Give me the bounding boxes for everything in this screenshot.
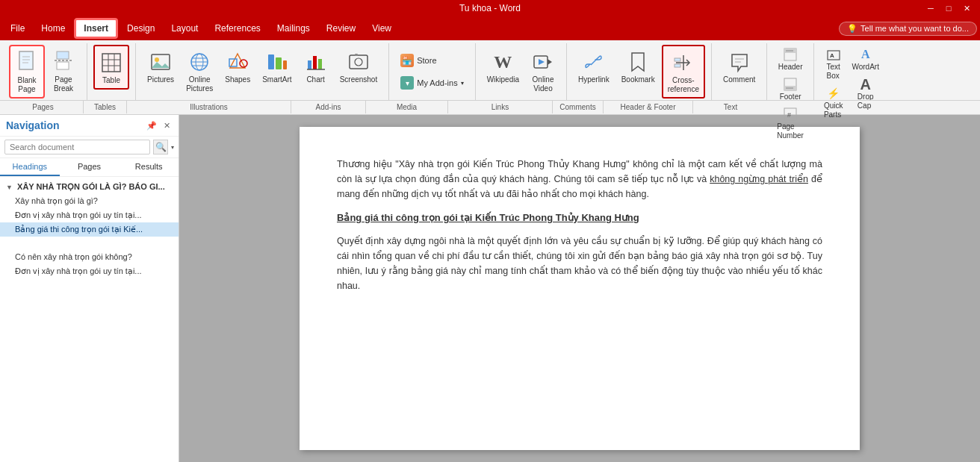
bookmark-button[interactable]: Bookmark [616, 45, 660, 88]
menu-item-mailings[interactable]: Mailings [270, 20, 317, 37]
smartart-button[interactable]: SmartArt [257, 45, 297, 88]
my-addins-label: My Add-ins [417, 78, 457, 87]
menu-item-design[interactable]: Design [120, 20, 162, 37]
paragraph-1: Thương hiệu "Xây nhà trọn gói Kiến Trúc … [337, 157, 822, 202]
tab-headings[interactable]: Headings [0, 158, 60, 176]
svg-marker-35 [539, 59, 545, 65]
chart-icon [304, 50, 328, 74]
expand-icon: ▼ [6, 184, 15, 191]
menu-item-home[interactable]: Home [34, 20, 72, 37]
tab-pages[interactable]: Pages [60, 158, 120, 176]
wordart-button[interactable]: A WordArt [848, 45, 883, 74]
online-video-button[interactable]: OnlineVideo [526, 45, 560, 97]
ribbon-group-comments: Comment [712, 43, 767, 100]
table-button[interactable]: Table [93, 45, 129, 90]
hyperlink-button[interactable]: Hyperlink [573, 45, 615, 88]
list-item[interactable]: Có nên xây nhà trọn gói không? [0, 250, 179, 264]
ribbon-label-comments: Comments [553, 101, 604, 113]
list-item[interactable]: Đơn vị xây nhà trọn gói uy tín tại... [0, 264, 179, 278]
wikipedia-button[interactable]: W Wikipedia [482, 45, 524, 88]
store-button[interactable]: 🏪 Store [395, 51, 441, 70]
ribbon-label-addins: Add-ins [291, 101, 366, 113]
pictures-button[interactable]: Pictures [142, 45, 179, 88]
cross-reference-label: Cross-reference [668, 76, 699, 94]
maximize-button[interactable]: □ [941, 2, 956, 14]
drop-cap-icon: A [858, 77, 873, 92]
footer-icon [783, 77, 798, 92]
wikipedia-label: Wikipedia [487, 75, 519, 84]
hyperlink-label: Hyperlink [578, 75, 610, 84]
page-break-button[interactable]: PageBreak [46, 45, 81, 97]
text-box-button[interactable]: A TextBox [820, 45, 847, 83]
shapes-label: Shapes [225, 75, 250, 84]
ribbon-group-pages: BlankPage PageBreak [3, 43, 87, 100]
svg-rect-32 [355, 54, 358, 56]
search-input[interactable] [4, 140, 150, 154]
ribbon-group-tables: Table [87, 43, 136, 100]
menu-item-layout[interactable]: Layout [164, 20, 205, 37]
list-item[interactable] [0, 237, 179, 250]
smartart-icon [265, 50, 289, 74]
search-dropdown-icon[interactable]: ▾ [171, 144, 174, 151]
cross-reference-button[interactable]: Cross-reference [662, 45, 705, 99]
menu-item-references[interactable]: References [207, 20, 267, 37]
online-pictures-button[interactable]: OnlinePictures [181, 45, 218, 97]
online-pictures-label: OnlinePictures [186, 75, 213, 93]
document-area: Thương hiệu "Xây nhà trọn gói Kiến Trúc … [179, 115, 980, 462]
menu-item-review[interactable]: Review [319, 20, 363, 37]
table-icon [99, 51, 123, 75]
blank-page-button[interactable]: BlankPage [9, 45, 45, 99]
ribbon-group-addins: 🏪 Store ▾ My Add-ins ▾ [389, 43, 475, 100]
main-area: Navigation 📌 ✕ 🔍 ▾ Headings Pages Result… [0, 115, 980, 462]
ribbon-group-links: Hyperlink Bookmark [567, 43, 712, 100]
ribbon: BlankPage PageBreak [0, 40, 980, 115]
wikipedia-icon: W [491, 50, 515, 74]
ribbon-group-illustrations: Pictures OnlinePictures [136, 43, 389, 100]
svg-rect-26 [308, 60, 311, 69]
chart-button[interactable]: Chart [299, 45, 333, 88]
menu-item-insert[interactable]: Insert [74, 18, 118, 39]
nav-pin-button[interactable]: 📌 [146, 119, 158, 131]
ribbon-label-text: Text [693, 101, 768, 113]
nav-item-text: XÂY NHÀ TRỌN GÓI LÀ GÌ? BÁO GI... [17, 182, 165, 191]
document-heading: Bảng giá thi công trọn gói tại Kiến Trúc… [337, 210, 822, 226]
svg-marker-20 [230, 54, 245, 68]
ribbon-label-hf: Header & Footer [604, 101, 693, 113]
page-number-label: PageNumber [777, 122, 804, 140]
my-addins-button[interactable]: ▾ My Add-ins ▾ [395, 73, 468, 93]
tab-results[interactable]: Results [119, 158, 179, 176]
store-icon: 🏪 [400, 54, 414, 67]
ribbon-label-tables: Tables [84, 101, 127, 113]
quick-parts-icon: ⚡ [826, 86, 841, 101]
my-addins-dropdown-icon: ▾ [461, 80, 464, 87]
comment-icon [728, 50, 751, 74]
svg-rect-24 [276, 57, 282, 69]
list-item[interactable]: Xây nhà trọn gói là gì? [0, 194, 179, 208]
svg-rect-40 [674, 64, 680, 67]
close-button[interactable]: ✕ [959, 2, 974, 14]
svg-line-36 [591, 59, 597, 65]
shapes-button[interactable]: Shapes [220, 45, 255, 88]
screenshot-icon [347, 50, 370, 74]
screenshot-button[interactable]: Screenshot [335, 45, 383, 88]
svg-rect-5 [57, 51, 69, 59]
list-item[interactable]: Đơn vị xây nhà trọn gói uy tín tại... [0, 208, 179, 222]
list-item[interactable]: ▼ XÂY NHÀ TRỌN GÓI LÀ GÌ? BÁO GI... [0, 180, 179, 194]
header-button[interactable]: Header [773, 45, 807, 74]
search-button[interactable]: 🔍 [153, 140, 168, 154]
minimize-button[interactable]: ─ [923, 2, 938, 14]
title-bar: Tu khoa - Word ─ □ ✕ [0, 0, 980, 16]
bookmark-label: Bookmark [621, 75, 655, 84]
screenshot-label: Screenshot [340, 75, 378, 84]
list-item[interactable]: Bảng giá thi công trọn gói tại Kiế... [0, 222, 179, 237]
menu-item-file[interactable]: File [3, 20, 32, 37]
ribbon-label-pages: Pages [3, 101, 84, 113]
tell-me-bar[interactable]: 💡 Tell me what you want to do... [839, 22, 977, 36]
page-break-label: PageBreak [54, 75, 73, 93]
online-video-label: OnlineVideo [533, 75, 554, 93]
menu-item-view[interactable]: View [365, 20, 399, 37]
page-break-icon [52, 50, 75, 74]
nav-close-button[interactable]: ✕ [161, 119, 173, 131]
navigation-panel: Navigation 📌 ✕ 🔍 ▾ Headings Pages Result… [0, 115, 179, 462]
comment-button[interactable]: Comment [718, 45, 760, 88]
